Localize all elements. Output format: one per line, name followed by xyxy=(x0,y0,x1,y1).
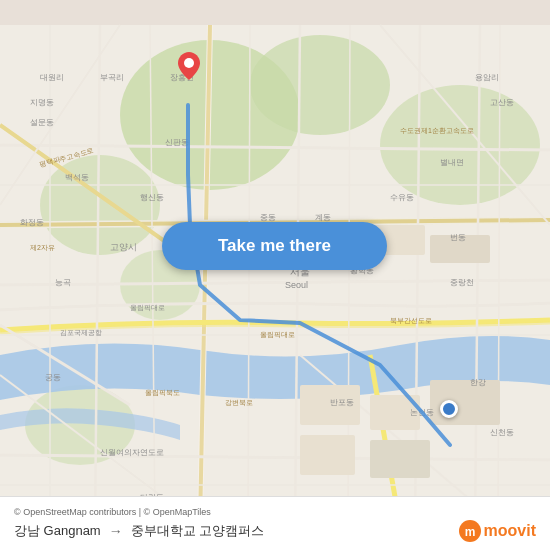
svg-text:제2자유: 제2자유 xyxy=(30,244,55,251)
svg-text:대원리: 대원리 xyxy=(40,73,64,82)
svg-text:북부간선도로: 북부간선도로 xyxy=(390,317,432,325)
route-arrow: → xyxy=(109,523,123,539)
svg-text:수유동: 수유동 xyxy=(390,193,414,202)
svg-rect-35 xyxy=(430,380,500,425)
svg-text:반포동: 반포동 xyxy=(330,398,354,407)
origin-pin xyxy=(178,52,200,80)
svg-text:화정동: 화정동 xyxy=(20,218,44,227)
svg-point-4 xyxy=(380,85,540,205)
svg-text:지명동: 지명동 xyxy=(30,98,54,107)
svg-text:중동: 중동 xyxy=(260,213,276,222)
attribution: © OpenStreetMap contributors | © OpenMap… xyxy=(14,507,536,517)
svg-text:용암리: 용암리 xyxy=(475,73,499,82)
svg-text:올림픽북도: 올림픽북도 xyxy=(145,389,180,397)
svg-text:Seoul: Seoul xyxy=(285,280,308,290)
svg-text:김포국제공항: 김포국제공항 xyxy=(60,329,102,337)
svg-text:신판동: 신판동 xyxy=(165,138,189,147)
map-container: 서울 Seoul 고양시 백석동 화정동 행신동 능곡 수유동 별내면 번동 중… xyxy=(0,0,550,550)
svg-text:설문동: 설문동 xyxy=(30,118,54,127)
svg-text:올림픽대로: 올림픽대로 xyxy=(260,331,295,339)
svg-point-2 xyxy=(250,35,390,135)
map-background: 서울 Seoul 고양시 백석동 화정동 행신동 능곡 수유동 별내면 번동 중… xyxy=(0,0,550,550)
svg-text:중랑천: 중랑천 xyxy=(450,278,474,287)
svg-text:수도권제1순환고속도로: 수도권제1순환고속도로 xyxy=(400,127,474,135)
svg-point-81 xyxy=(184,58,194,68)
svg-text:계동: 계동 xyxy=(315,213,331,222)
route-to: 중부대학교 고양캠퍼스 xyxy=(131,522,265,540)
svg-text:신천동: 신천동 xyxy=(490,428,514,437)
svg-rect-36 xyxy=(300,435,355,475)
svg-text:백석동: 백석동 xyxy=(65,173,89,182)
svg-text:궁동: 궁동 xyxy=(45,373,61,382)
destination-pin xyxy=(440,400,458,418)
svg-point-3 xyxy=(40,155,160,255)
svg-text:능곡: 능곡 xyxy=(55,278,71,287)
svg-text:번동: 번동 xyxy=(450,233,466,242)
svg-text:부곡리: 부곡리 xyxy=(100,73,124,82)
svg-text:m: m xyxy=(464,525,475,539)
svg-text:강변북로: 강변북로 xyxy=(225,399,253,407)
route-from: 강남 Gangnam xyxy=(14,522,101,540)
moovit-logo-icon: m xyxy=(459,520,481,542)
moovit-text: moovit xyxy=(484,522,536,540)
svg-text:한강: 한강 xyxy=(470,378,486,387)
svg-text:행신동: 행신동 xyxy=(140,193,164,202)
moovit-logo: m moovit xyxy=(459,520,536,542)
svg-rect-37 xyxy=(370,440,430,478)
svg-text:신월여의자연도로: 신월여의자연도로 xyxy=(100,448,164,457)
svg-text:고산동: 고산동 xyxy=(490,98,514,107)
svg-text:고양시: 고양시 xyxy=(110,242,137,252)
svg-text:별내면: 별내면 xyxy=(440,158,464,167)
svg-text:올림픽대로: 올림픽대로 xyxy=(130,304,165,312)
take-me-there-button[interactable]: Take me there xyxy=(162,222,387,270)
